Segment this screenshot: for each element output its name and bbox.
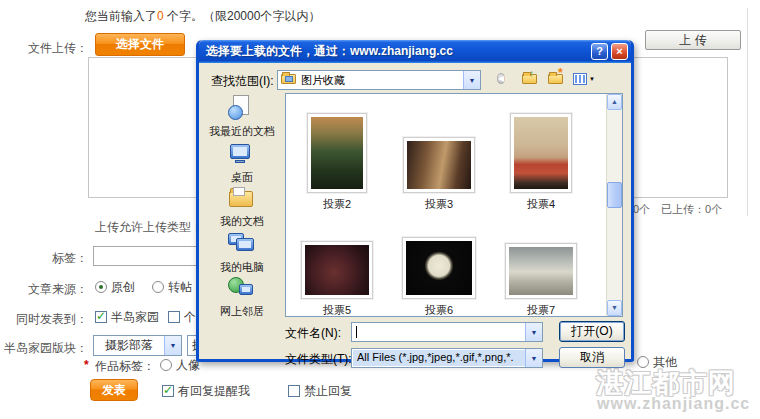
source-label: 文章来源： — [0, 281, 88, 298]
thumbnail — [505, 243, 577, 299]
help-button[interactable]: ? — [591, 43, 608, 60]
notify-label: 有回复提醒我 — [178, 384, 250, 398]
place-label: 我的文档 — [203, 214, 281, 229]
chevron-down-icon[interactable]: ▼ — [525, 323, 542, 341]
thumbnail — [403, 137, 475, 193]
file-type-value: All Files (*.jpg,*jpeg,*.gif,*.png,*. — [353, 350, 525, 366]
checkbox-forbid-icon[interactable] — [288, 385, 300, 397]
upload-status-text: ：0个 已上传：0个 — [622, 202, 722, 217]
file-list[interactable]: 投票2 投票3 投票4 投票5 投票6 — [285, 93, 623, 317]
char-count-text: 您当前输入了0 个字。（限20000个字以内） — [85, 8, 320, 25]
file-upload-label: 文件上传： — [0, 40, 88, 57]
up-folder-icon[interactable]: ↑ — [521, 70, 541, 88]
look-in-value: 图片收藏 — [297, 73, 463, 88]
close-button[interactable]: × — [611, 43, 628, 60]
tag-label: 标签： — [0, 250, 88, 267]
simul-option-home[interactable]: 半岛家园 — [95, 309, 159, 326]
radio-portrait-icon[interactable] — [160, 359, 172, 371]
file-open-dialog: 选择要上载的文件，通过：www.zhanjiang.cc ? × 查找范围(I)… — [196, 40, 634, 362]
source-original-label: 原创 — [111, 280, 135, 294]
vertical-scrollbar[interactable]: ▲ ▼ — [606, 94, 622, 316]
watermark-site-url: www.zhanjiang.cc — [597, 395, 750, 413]
char-count-suffix: 个字。（限20000个字以内） — [164, 9, 321, 23]
simul-publish-label: 同时发表到： — [0, 311, 88, 328]
simul-home-label: 半岛家园 — [111, 310, 159, 324]
file-item[interactable]: 投票5 — [288, 204, 386, 318]
desktop-icon — [227, 141, 257, 169]
forum-select-value: 摄影部落 — [94, 337, 164, 354]
look-in-label: 查找范围(I): — [211, 73, 274, 90]
forum-section-label: 半岛家园版块： — [0, 340, 88, 357]
simul-option-partial[interactable]: 个 — [168, 309, 196, 326]
thumbnail — [510, 113, 572, 193]
thumbnail — [402, 237, 476, 299]
thumbnail — [301, 241, 373, 299]
required-asterisk: * — [84, 358, 89, 372]
file-name: 投票6 — [425, 303, 453, 318]
file-item[interactable]: 投票3 — [390, 98, 488, 212]
my-computer-icon — [227, 231, 257, 259]
scroll-up-icon[interactable]: ▲ — [607, 94, 622, 110]
scroll-down-icon[interactable]: ▼ — [607, 300, 622, 316]
text-caret — [356, 326, 357, 338]
file-name: 投票5 — [323, 303, 351, 318]
my-documents-icon — [227, 185, 257, 213]
work-tag-label: 作品标签： — [95, 358, 155, 375]
file-item[interactable]: 投票4 — [492, 98, 590, 212]
char-count-prefix: 您当前输入了 — [85, 9, 157, 23]
page-root: 您当前输入了0 个字。（限20000个字以内） 文件上传： 选择文件 上 传 ：… — [0, 0, 760, 419]
recent-documents-icon — [227, 95, 257, 123]
source-repost-label: 转帖 — [168, 280, 192, 294]
chevron-down-icon[interactable]: ▼ — [525, 349, 542, 367]
views-icon[interactable]: ▼ — [573, 70, 593, 88]
forbid-label: 禁止回复 — [304, 384, 352, 398]
char-count-value: 0 — [157, 9, 164, 23]
sidebar-item-my-computer[interactable]: 我的电脑 — [203, 231, 281, 275]
open-button[interactable]: 打开(O) — [559, 321, 625, 342]
radio-repost-icon[interactable] — [152, 281, 164, 293]
file-item[interactable]: 投票2 — [288, 98, 386, 212]
dialog-title: 选择要上载的文件，通过：www.zhanjiang.cc — [199, 43, 591, 60]
look-in-combobox[interactable]: 图片收藏 ▼ — [277, 70, 481, 90]
file-name: 投票7 — [527, 303, 555, 318]
chevron-down-icon[interactable]: ▼ — [164, 336, 181, 355]
file-type-combobox[interactable]: All Files (*.jpg,*jpeg,*.gif,*.png,*. ▼ — [351, 348, 543, 368]
checkbox-home-icon[interactable] — [95, 311, 107, 323]
file-type-label: 文件类型(T): — [285, 351, 352, 368]
source-option-repost[interactable]: 转帖 — [152, 279, 192, 296]
radio-original-icon[interactable] — [95, 281, 107, 293]
source-option-original[interactable]: 原创 — [95, 279, 135, 296]
network-places-icon — [227, 275, 257, 303]
new-folder-icon[interactable]: * — [547, 70, 567, 88]
file-item[interactable]: 投票6 — [390, 204, 488, 318]
checkbox-notify-icon[interactable] — [162, 385, 174, 397]
column-divider — [747, 8, 748, 216]
scrollbar-thumb[interactable] — [607, 182, 622, 208]
forum-select[interactable]: 摄影部落 ▼ — [93, 335, 182, 356]
sidebar-item-desktop[interactable]: 桌面 — [203, 141, 281, 185]
chevron-down-icon[interactable]: ▼ — [463, 71, 480, 89]
file-name-label: 文件名(N): — [285, 325, 341, 342]
forbid-reply-checkbox[interactable]: 禁止回复 — [288, 383, 352, 400]
sidebar-item-network-places[interactable]: 网上邻居 — [203, 275, 281, 319]
file-name-combobox[interactable]: ▼ — [351, 322, 543, 342]
checkbox-partial-icon[interactable] — [168, 311, 180, 323]
place-label: 网上邻居 — [203, 304, 281, 319]
notify-checkbox[interactable]: 有回复提醒我 — [162, 383, 250, 400]
publish-button[interactable]: 发表 — [90, 379, 138, 401]
work-tag-option-portrait[interactable]: 人像 — [160, 357, 200, 374]
place-label: 我最近的文档 — [203, 124, 281, 139]
place-label: 桌面 — [203, 170, 281, 185]
back-icon[interactable]: ◀ — [497, 70, 517, 88]
cancel-button[interactable]: 取消 — [559, 347, 625, 368]
sidebar-item-recent-documents[interactable]: 我最近的文档 — [203, 95, 281, 139]
simul-partial-label: 个 — [184, 310, 196, 324]
thumbnail — [307, 113, 367, 193]
choose-file-button[interactable]: 选择文件 — [95, 33, 185, 56]
dialog-titlebar[interactable]: 选择要上载的文件，通过：www.zhanjiang.cc ? × — [199, 40, 631, 63]
sidebar-item-my-documents[interactable]: 我的文档 — [203, 185, 281, 229]
picture-folder-icon — [281, 74, 297, 86]
upload-button[interactable]: 上 传 — [645, 30, 741, 50]
file-item[interactable]: 投票7 — [492, 204, 590, 318]
place-label: 我的电脑 — [203, 260, 281, 275]
